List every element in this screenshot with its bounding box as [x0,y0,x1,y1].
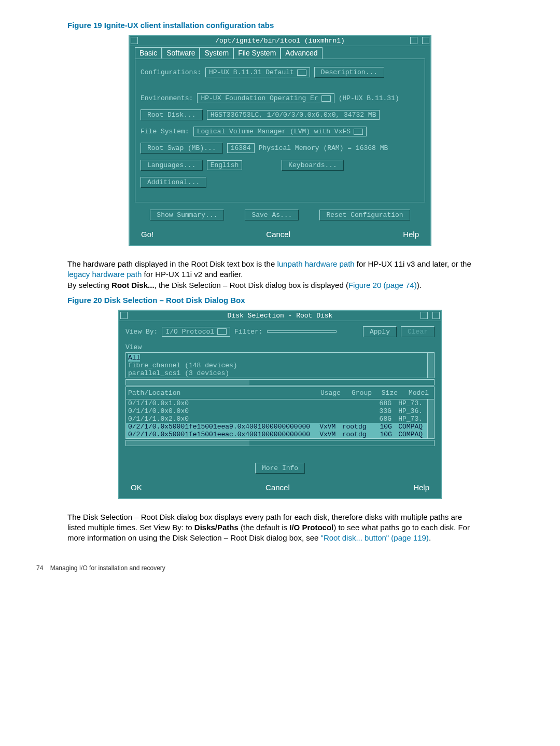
tab-file-system[interactable]: File System [233,47,281,59]
tree-item[interactable]: parallel_scsi (3 devices) [128,369,229,377]
section-title: Managing I/O for installation and recove… [50,564,165,572]
basic-panel: Configurations: HP-UX B.11.31 Default De… [135,59,425,202]
reset-configuration-button[interactable]: Reset Configuration [319,210,410,220]
tab-software[interactable]: Software [162,47,200,59]
languages-field[interactable]: English [207,160,243,170]
root-disk-button[interactable]: Root Disk... [141,109,203,120]
filesystem-label: File System: [141,128,189,135]
view-by-label: View By: [125,328,158,336]
titlebar: /opt/ignite/bin/itool (iuxmhrn1) [130,36,430,46]
help-button[interactable]: Help [408,482,435,493]
table-row[interactable]: 0/1/1/0.0x0.0x033GHP_36. [126,407,428,415]
additional-button[interactable]: Additional... [141,177,206,188]
keyboards-button[interactable]: Keyboards... [282,160,344,171]
save-as-button[interactable]: Save As... [245,210,299,220]
apply-button[interactable]: Apply [363,326,397,337]
more-info-button[interactable]: More Info [255,463,305,474]
dropdown-icon [354,129,363,135]
lunpath-link[interactable]: lunpath hardware path [277,259,354,268]
body-text-2: The Disk Selection – Root Disk dialog bo… [26,507,472,549]
sysmenu-icon[interactable] [120,312,128,319]
dropdown-icon [217,328,227,335]
root-swap-button[interactable]: Root Swap (MB)... [141,143,223,154]
filesystem-dropdown[interactable]: Logical Volume Manager (LVM) with VxFS [193,127,367,136]
figure-19-caption: Figure 19 Ignite-UX client installation … [26,21,534,30]
show-summary-button[interactable]: Show Summary... [150,210,224,220]
dropdown-icon [297,70,306,76]
maximize-icon[interactable] [422,37,429,44]
bottom-bar: Go! Cancel Help [130,226,430,245]
bottom-bar: OK Cancel Help [119,479,441,498]
tabs: Basic Software System File System Advanc… [130,46,430,59]
view-tree[interactable]: All fibre_channel (148 devices) parallel… [125,352,435,378]
description-button[interactable]: Description... [314,67,384,78]
col-usage: Usage [315,389,341,397]
scrollbar-horizontal[interactable] [125,379,435,385]
table-row[interactable]: 0/2/1/0.0x50001fe15001eeac.0x40010000000… [126,431,428,438]
minimize-icon[interactable] [421,312,428,319]
clear-button[interactable]: Clear [401,326,435,337]
filesystem-value: Logical Volume Manager (LVM) with VxFS [197,128,351,135]
filter-input[interactable] [267,330,337,333]
disk-list[interactable]: 0/1/1/0.0x1.0x068GHP_73.0/1/1/0.0x0.0x03… [125,399,435,439]
disk-list-header: Path/Location Usage Group Size Model [125,386,435,399]
view-by-value: I/O Protocol [165,328,214,336]
cancel-button[interactable]: Cancel [260,482,295,493]
page-number: 74 [36,564,43,572]
go-button[interactable]: Go! [136,229,159,240]
root-disk-button-link[interactable]: "Root disk... button" (page 119) [321,533,429,542]
window-title: /opt/ignite/bin/itool (iuxmhrn1) [215,37,345,45]
root-disk-field[interactable]: HGST336753LC, 1/0/0/3/0.0x6.0x0, 34732 M… [207,110,380,120]
table-row[interactable]: 0/1/1/1.0x2.0x068GHP_73. [126,415,428,423]
filter-label: Filter: [234,328,263,336]
scrollbar-vertical[interactable] [427,399,434,438]
languages-button[interactable]: Languages... [141,160,203,171]
minimize-icon[interactable] [410,37,417,44]
body-text-1: The hardware path displayed in the Root … [26,254,472,296]
figure-20-caption: Figure 20 Disk Selection – Root Disk Dia… [26,296,534,305]
tree-item[interactable]: fibre_channel (148 devices) [128,362,237,369]
page-footer: 74 Managing I/O for installation and rec… [26,549,534,572]
configurations-label: Configurations: [141,68,201,76]
physical-memory: Physical Memory (RAM) = 16368 MB [259,144,388,152]
root-swap-field[interactable]: 16384 [227,143,255,153]
view-by-dropdown[interactable]: I/O Protocol [162,327,230,337]
sysmenu-icon[interactable] [131,37,138,44]
table-row[interactable]: 0/2/1/0.0x50001fe15001eea9.0x40010000000… [126,423,428,431]
itool-window: /opt/ignite/bin/itool (iuxmhrn1) Basic S… [129,35,431,246]
col-path: Path/Location [128,389,315,397]
disk-selection-window: Disk Selection - Root Disk View By: I/O … [118,310,442,499]
col-size: Size [372,389,398,397]
environments-label: Environments: [141,94,193,102]
configurations-dropdown[interactable]: HP-UX B.11.31 Default [205,67,310,77]
view-label: View [125,343,435,351]
scrollbar-vertical[interactable] [427,353,434,378]
tree-item[interactable]: All [128,354,140,362]
figure20-link[interactable]: Figure 20 (page 74) [348,281,417,289]
col-group: Group [341,389,372,397]
tab-basic[interactable]: Basic [135,47,162,59]
window-title: Disk Selection - Root Disk [228,312,333,320]
legacy-link[interactable]: legacy hardware path [67,270,142,279]
ok-button[interactable]: OK [125,482,147,493]
cancel-button[interactable]: Cancel [261,229,296,240]
dropdown-icon [321,95,331,102]
titlebar: Disk Selection - Root Disk [119,311,441,321]
tab-system[interactable]: System [200,47,233,59]
scrollbar-horizontal[interactable] [125,440,435,446]
environments-value: HP-UX Foundation Operating Er [201,94,318,102]
col-model: Model [398,389,432,397]
environments-dropdown[interactable]: HP-UX Foundation Operating Er [197,93,334,103]
help-button[interactable]: Help [398,229,424,240]
maximize-icon[interactable] [432,312,440,319]
table-row[interactable]: 0/1/1/0.0x1.0x068GHP_73. [126,399,428,407]
environments-suffix: (HP-UX B.11.31) [339,94,399,102]
configurations-value: HP-UX B.11.31 Default [209,68,294,76]
tab-advanced[interactable]: Advanced [281,47,322,59]
